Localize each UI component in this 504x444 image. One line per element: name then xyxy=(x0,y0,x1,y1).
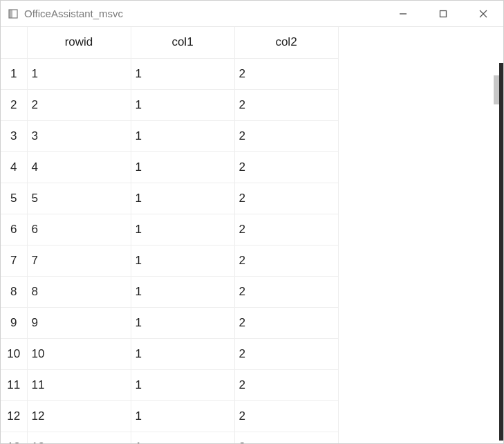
table-row[interactable]: 10 10 1 2 xyxy=(1,338,338,369)
cell[interactable]: 5 xyxy=(27,183,131,214)
cell[interactable]: 2 xyxy=(234,245,338,276)
table-row[interactable]: 2 2 1 2 xyxy=(1,89,338,120)
cell[interactable]: 10 xyxy=(27,338,131,369)
cell[interactable]: 9 xyxy=(27,307,131,338)
cell[interactable]: 1 xyxy=(131,276,234,307)
minimize-icon xyxy=(399,10,407,18)
row-header[interactable]: 2 xyxy=(1,89,27,120)
row-header[interactable]: 12 xyxy=(1,400,27,432)
column-header[interactable]: rowid xyxy=(27,27,131,58)
cell[interactable]: 2 xyxy=(234,151,338,183)
cell[interactable]: 2 xyxy=(234,58,338,89)
cell[interactable]: 1 xyxy=(131,120,234,151)
table-row[interactable]: 11 11 1 2 xyxy=(1,369,338,400)
close-icon xyxy=(479,10,487,18)
window-title: OfficeAssistant_msvc xyxy=(24,8,123,19)
cell[interactable]: 2 xyxy=(234,183,338,214)
cell[interactable]: 8 xyxy=(27,276,131,307)
table-row[interactable]: 6 6 1 2 xyxy=(1,214,338,245)
table-row[interactable]: 8 8 1 2 xyxy=(1,276,338,307)
table-row[interactable]: 1 1 1 2 xyxy=(1,58,338,89)
column-header[interactable]: col1 xyxy=(131,27,234,58)
cell[interactable]: 1 xyxy=(131,369,234,400)
cell[interactable]: 6 xyxy=(27,214,131,245)
row-header[interactable]: 13 xyxy=(1,432,27,443)
table-row[interactable]: 5 5 1 2 xyxy=(1,183,338,214)
close-button[interactable] xyxy=(463,1,503,27)
column-header[interactable]: col2 xyxy=(234,27,338,58)
cell[interactable]: 4 xyxy=(27,151,131,183)
table-row[interactable]: 3 3 1 2 xyxy=(1,120,338,151)
cell[interactable]: 1 xyxy=(131,151,234,183)
window-right-edge xyxy=(499,63,503,441)
cell[interactable]: 1 xyxy=(131,183,234,214)
cell[interactable]: 2 xyxy=(234,120,338,151)
cell[interactable]: 1 xyxy=(131,307,234,338)
row-header[interactable]: 10 xyxy=(1,338,27,369)
cell[interactable]: 1 xyxy=(131,58,234,89)
row-header[interactable]: 8 xyxy=(1,276,27,307)
maximize-icon xyxy=(439,10,447,18)
cell[interactable]: 1 xyxy=(131,89,234,120)
table-row[interactable]: 9 9 1 2 xyxy=(1,307,338,338)
cell[interactable]: 2 xyxy=(234,276,338,307)
cell[interactable]: 1 xyxy=(131,338,234,369)
titlebar: OfficeAssistant_msvc xyxy=(1,1,503,27)
maximize-button[interactable] xyxy=(423,1,463,27)
row-header[interactable]: 5 xyxy=(1,183,27,214)
cell[interactable]: 7 xyxy=(27,245,131,276)
table-row[interactable]: 7 7 1 2 xyxy=(1,245,338,276)
cell[interactable]: 3 xyxy=(27,120,131,151)
svg-rect-3 xyxy=(440,10,447,17)
row-header[interactable]: 1 xyxy=(1,58,27,89)
row-header[interactable]: 11 xyxy=(1,369,27,400)
cell[interactable]: 1 xyxy=(131,214,234,245)
cell[interactable]: 2 xyxy=(234,89,338,120)
minimize-button[interactable] xyxy=(383,1,423,27)
table-row[interactable]: 4 4 1 2 xyxy=(1,151,338,183)
app-window: OfficeAssistant_msvc xyxy=(0,0,504,444)
cell[interactable]: 2 xyxy=(234,338,338,369)
data-table[interactable]: rowid col1 col2 1 1 1 2 2 2 1 xyxy=(1,27,339,443)
row-header[interactable]: 4 xyxy=(1,151,27,183)
cell[interactable]: 2 xyxy=(234,400,338,432)
cell[interactable]: 2 xyxy=(234,369,338,400)
table-wrap: rowid col1 col2 1 1 1 2 2 2 1 xyxy=(1,27,503,443)
cell[interactable]: 1 xyxy=(131,245,234,276)
cell[interactable]: 1 xyxy=(27,58,131,89)
column-header-row: rowid col1 col2 xyxy=(1,27,338,58)
cell[interactable]: 2 xyxy=(27,89,131,120)
corner-cell xyxy=(1,27,27,58)
row-header[interactable]: 6 xyxy=(1,214,27,245)
row-header[interactable]: 7 xyxy=(1,245,27,276)
cell[interactable]: 2 xyxy=(234,307,338,338)
table-row[interactable]: 13 13 1 2 xyxy=(1,432,338,443)
app-icon xyxy=(8,8,19,19)
cell[interactable]: 13 xyxy=(27,432,131,443)
row-header[interactable]: 9 xyxy=(1,307,27,338)
client-area: rowid col1 col2 1 1 1 2 2 2 1 xyxy=(1,27,503,443)
svg-rect-1 xyxy=(9,10,12,18)
cell[interactable]: 12 xyxy=(27,400,131,432)
cell[interactable]: 1 xyxy=(131,400,234,432)
table-row[interactable]: 12 12 1 2 xyxy=(1,400,338,432)
cell[interactable]: 1 xyxy=(131,432,234,443)
cell[interactable]: 2 xyxy=(234,214,338,245)
cell[interactable]: 2 xyxy=(234,432,338,443)
cell[interactable]: 11 xyxy=(27,369,131,400)
row-header[interactable]: 3 xyxy=(1,120,27,151)
